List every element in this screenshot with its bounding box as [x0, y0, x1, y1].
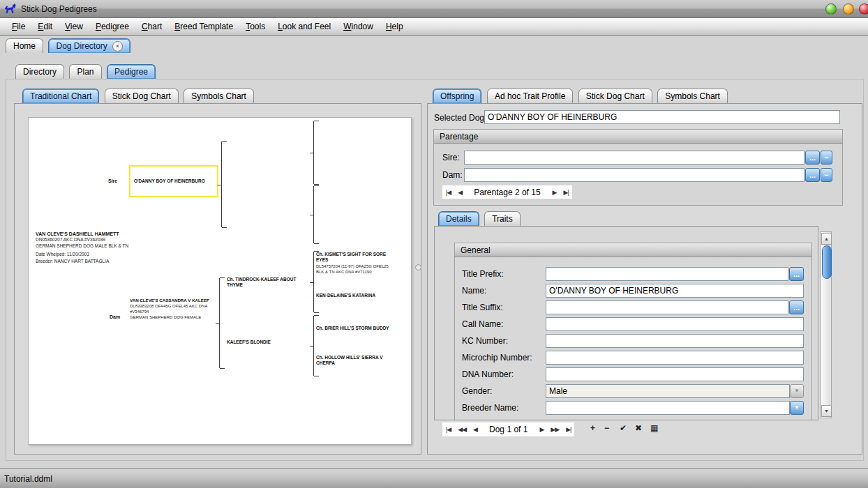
- microchip-number-label: Microchip Number:: [462, 353, 532, 363]
- dam-dam-name[interactable]: KALEEF'S BLONDIE: [227, 340, 305, 345]
- record-position: Dog 1 of 1: [481, 425, 536, 434]
- kc-number-label: KC Number:: [462, 336, 508, 346]
- subject-dog-block[interactable]: VAN CLEVE'S DASHIELL HAMMETT DN05360207 …: [36, 231, 175, 265]
- app-window: Stick Dog Pedigrees File Edit View Pedig…: [0, 0, 868, 488]
- tab-close-icon[interactable]: ×: [112, 41, 123, 52]
- status-filename: Tutorial.ddml: [4, 474, 52, 484]
- maximize-button[interactable]: [843, 3, 854, 15]
- title-prefix-label: Title Prefix:: [462, 269, 504, 279]
- sire-lookup-button[interactable]: ...: [805, 151, 820, 165]
- record-grid-icon[interactable]: ▦: [650, 423, 658, 433]
- scroll-up-icon[interactable]: ▲: [821, 233, 832, 245]
- tab-offspring[interactable]: Offspring: [433, 89, 481, 103]
- menu-edit[interactable]: Edit: [31, 20, 59, 33]
- tab-details[interactable]: Details: [438, 211, 479, 226]
- parentage-first-icon[interactable]: |◀: [442, 189, 454, 196]
- main-tab-bar: Home Dog Directory ×: [6, 38, 133, 54]
- tab-pedigree[interactable]: Pedigree: [107, 64, 156, 79]
- breeder-name-dropdown-icon[interactable]: ▼: [790, 401, 804, 415]
- sire-remove-button[interactable]: −: [821, 151, 832, 165]
- great-grandparent-name[interactable]: Ch. BRIER HILL'S STORM BUDDY: [316, 326, 396, 331]
- selected-dog-field[interactable]: [484, 110, 840, 124]
- sire-field-label: Sire:: [442, 153, 460, 162]
- parentage-group: Parentage Sire: ... − Dam: ... − |◀ ◀ Pa…: [433, 129, 843, 206]
- menu-pedigree[interactable]: Pedigree: [89, 20, 135, 33]
- record-next-icon[interactable]: ▶: [536, 426, 547, 433]
- title-bar: Stick Dog Pedigrees: [0, 0, 868, 18]
- great-grandparent-name[interactable]: KEN-DELAINE'S KATARINA: [316, 293, 396, 298]
- tab-symbols-chart-right[interactable]: Symbols Chart: [657, 89, 728, 103]
- parentage-last-icon[interactable]: ▶|: [560, 189, 572, 196]
- kc-number-input[interactable]: [546, 334, 804, 348]
- record-add-icon[interactable]: +: [590, 423, 595, 433]
- great-grandparent-name[interactable]: Ch. HOLLOW HILLS' SIERRA V CHERPA: [316, 355, 391, 367]
- scroll-down-icon[interactable]: ▼: [821, 405, 832, 417]
- great-grandparent-block[interactable]: Ch. KISMET'S SIGHT FOR SORE EYES DL54757…: [316, 252, 396, 275]
- tab-symbols-chart-left[interactable]: Symbols Chart: [184, 89, 254, 103]
- menu-breed-template[interactable]: Breed Template: [168, 20, 239, 33]
- record-delete-icon[interactable]: −: [604, 423, 609, 433]
- dna-number-input[interactable]: [546, 367, 804, 381]
- parentage-next-icon[interactable]: ▶: [549, 189, 560, 196]
- menu-file[interactable]: File: [6, 20, 31, 33]
- tab-dog-directory[interactable]: Dog Directory ×: [48, 38, 130, 53]
- menu-tools[interactable]: Tools: [239, 20, 271, 33]
- breeder-name-combo[interactable]: [546, 401, 790, 415]
- record-ffwd-icon[interactable]: ▶▶: [547, 426, 562, 433]
- dam-remove-button[interactable]: −: [821, 168, 832, 182]
- splitter-handle[interactable]: [415, 264, 421, 270]
- title-suffix-label: Title Suffix:: [462, 303, 503, 312]
- scrollbar-thumb[interactable]: [822, 245, 832, 279]
- record-first-icon[interactable]: |◀: [442, 426, 454, 433]
- tab-directory[interactable]: Directory: [15, 64, 64, 79]
- menu-view[interactable]: View: [59, 20, 89, 33]
- microchip-number-input[interactable]: [546, 351, 804, 365]
- menu-bar: File Edit View Pedigree Chart Breed Temp…: [0, 18, 868, 36]
- pedigree-chart-page[interactable]: Sire O'DANNY BOY OF HEINERBURG VAN CLEVE…: [28, 117, 412, 445]
- title-suffix-lookup-button[interactable]: ...: [789, 300, 804, 314]
- tab-plan[interactable]: Plan: [69, 64, 101, 79]
- title-prefix-lookup-button[interactable]: ...: [789, 267, 804, 281]
- menu-chart[interactable]: Chart: [135, 20, 168, 33]
- details-scrollbar[interactable]: ▲ ▼: [820, 231, 832, 418]
- menu-window[interactable]: Window: [337, 20, 380, 33]
- menu-look-and-feel[interactable]: Look and Feel: [271, 20, 337, 33]
- menu-help[interactable]: Help: [380, 20, 410, 33]
- detail-tab-bar: Details Traits: [438, 211, 523, 227]
- record-prev-icon[interactable]: ◀: [470, 426, 481, 433]
- tab-ad-hoc-trait-profile[interactable]: Ad hoc Trait Profile: [487, 89, 573, 103]
- tab-home[interactable]: Home: [6, 38, 43, 53]
- parentage-prev-icon[interactable]: ◀: [454, 189, 465, 196]
- close-button[interactable]: [859, 3, 868, 15]
- name-input[interactable]: [546, 284, 804, 298]
- call-name-input[interactable]: [546, 317, 804, 331]
- selected-sire-box[interactable]: O'DANNY BOY OF HEINERBURG: [129, 165, 218, 197]
- dna-number-label: DNA Number:: [462, 369, 514, 379]
- minimize-button[interactable]: [825, 3, 837, 15]
- gender-dropdown-icon: ▼: [790, 384, 804, 398]
- tab-traits[interactable]: Traits: [484, 211, 521, 226]
- title-suffix-input[interactable]: [546, 300, 788, 314]
- sire-field[interactable]: [464, 151, 805, 165]
- tab-traditional-chart[interactable]: Traditional Chart: [22, 89, 99, 103]
- record-last-icon[interactable]: ▶|: [562, 426, 574, 433]
- selected-dog-label: Selected Dog:: [434, 113, 486, 123]
- pedigree-bracket: [219, 278, 220, 368]
- record-navigator: |◀ ◀◀ ◀ Dog 1 of 1 ▶ ▶▶ ▶|: [442, 422, 575, 437]
- tab-stick-dog-chart-left[interactable]: Stick Dog Chart: [105, 89, 179, 103]
- record-rewind-icon[interactable]: ◀◀: [454, 426, 470, 433]
- dam-field[interactable]: [464, 168, 805, 182]
- tab-stick-dog-chart-right[interactable]: Stick Dog Chart: [578, 89, 652, 103]
- general-header: General: [455, 243, 811, 257]
- right-tab-bar: Offspring Ad hoc Trait Profile Stick Dog…: [433, 89, 730, 104]
- dam-block[interactable]: VAN CLEVE'S CASSANDRA V KALEEF DL8338320…: [130, 298, 217, 320]
- title-prefix-input[interactable]: [546, 267, 788, 281]
- record-cancel-icon[interactable]: ✖: [635, 423, 642, 433]
- dam-lookup-button[interactable]: ...: [805, 168, 820, 182]
- breeder-name-label: Breeder Name:: [462, 403, 518, 413]
- call-name-label: Call Name:: [462, 319, 503, 329]
- dam-sire-name[interactable]: Ch. TINDROCK-KALEEF ABOUT THYME: [227, 277, 305, 289]
- record-commit-icon[interactable]: ✔: [620, 423, 627, 433]
- name-label: Name:: [462, 286, 486, 296]
- pedigree-bracket: [313, 186, 314, 243]
